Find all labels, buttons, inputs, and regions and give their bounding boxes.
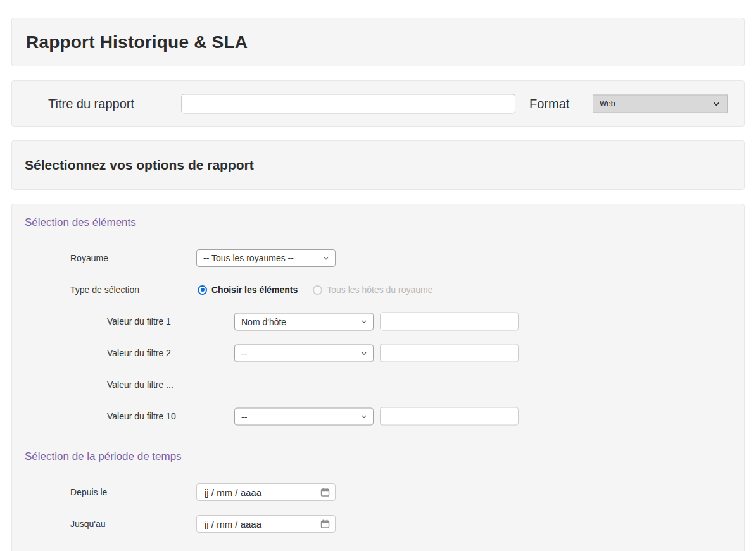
chevron-down-icon [712, 99, 721, 108]
filter-2-select-value: -- [241, 348, 360, 358]
date-from-row: Depuis le [12, 476, 744, 508]
filter-1-input[interactable] [380, 313, 519, 331]
page-title-panel: Rapport Historique & SLA [11, 18, 745, 66]
selection-type-row: Type de sélection Choisir les éléments T… [12, 274, 744, 306]
radio-all-hosts: Tous les hôtes du royaume [313, 285, 432, 295]
filter-row-ellipsis: Valeur du filtre ... [12, 369, 744, 400]
radio-unchecked-icon [313, 285, 322, 295]
selection-type-label: Type de sélection [70, 285, 139, 295]
report-title-input[interactable] [181, 94, 515, 113]
report-meta-panel: Titre du rapport Format Web [11, 80, 745, 127]
element-selection-heading: Sélection des éléments [25, 216, 744, 230]
filter-1-select-value: Nom d'hôte [241, 316, 360, 326]
date-from-input[interactable] [196, 483, 336, 501]
filter-10-input[interactable] [380, 407, 519, 426]
filter-10-select-value: -- [241, 411, 360, 421]
radio-checked-icon [198, 285, 207, 295]
report-title-label: Titre du rapport [48, 96, 134, 111]
filter-row-2: Valeur du filtre 2 -- [12, 337, 744, 369]
options-header-title: Sélectionnez vos options de rapport [25, 158, 254, 173]
page-title: Rapport Historique & SLA [26, 32, 248, 53]
format-select-value: Web [600, 99, 712, 108]
radio-choose-elements-label: Choisir les éléments [211, 285, 298, 295]
filter-ellipsis-label: Valeur du filtre ... [107, 380, 173, 390]
date-from-label: Depuis le [70, 487, 107, 497]
realm-select-value: -- Tous les royaumes -- [203, 253, 322, 263]
calendar-icon[interactable] [320, 488, 330, 497]
time-period-heading: Sélection de la période de temps [25, 450, 744, 464]
calendar-icon[interactable] [320, 519, 330, 529]
chevron-down-icon [322, 254, 330, 262]
filter-10-select[interactable]: -- [234, 407, 374, 425]
format-select[interactable]: Web [593, 94, 728, 113]
filter-1-label: Valeur du filtre 1 [107, 316, 171, 326]
options-form-panel: Sélection des éléments Royaume -- Tous l… [11, 204, 745, 551]
date-from-field [196, 483, 336, 501]
format-label: Format [529, 96, 569, 111]
chevron-down-icon [360, 412, 368, 420]
realm-row: Royaume -- Tous les royaumes -- [12, 242, 744, 274]
selection-type-radio-group: Choisir les éléments Tous les hôtes du r… [198, 285, 433, 295]
filter-1-select[interactable]: Nom d'hôte [234, 313, 374, 330]
chevron-down-icon [360, 318, 368, 325]
filter-2-label: Valeur du filtre 2 [107, 348, 171, 358]
date-to-field [196, 515, 336, 533]
filter-2-select[interactable]: -- [234, 344, 374, 362]
date-to-row: Jusqu'au [12, 508, 744, 540]
filter-2-input[interactable] [380, 344, 519, 362]
date-to-input[interactable] [196, 515, 336, 533]
filter-row-10: Valeur du filtre 10 -- [12, 400, 744, 432]
realm-select[interactable]: -- Tous les royaumes -- [196, 249, 336, 267]
filter-10-label: Valeur du filtre 10 [107, 411, 176, 421]
radio-all-hosts-label: Tous les hôtes du royaume [327, 285, 432, 295]
realm-label: Royaume [70, 253, 108, 263]
radio-choose-elements[interactable]: Choisir les éléments [198, 285, 298, 295]
date-to-label: Jusqu'au [70, 519, 106, 529]
filter-row-1: Valeur du filtre 1 Nom d'hôte [12, 306, 744, 337]
chevron-down-icon [360, 349, 368, 357]
options-header-panel: Sélectionnez vos options de rapport [11, 140, 745, 190]
